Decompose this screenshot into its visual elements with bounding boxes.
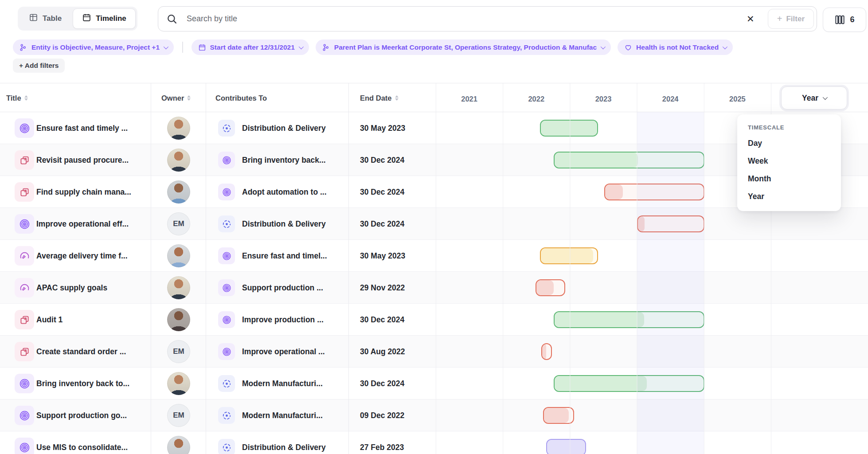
project-icon	[15, 342, 34, 361]
project-icon	[15, 182, 34, 202]
avatar: EM	[167, 212, 190, 235]
table-row[interactable]: Create standard order ... EM Improve ope…	[0, 336, 868, 368]
tab-timeline[interactable]: Timeline	[73, 8, 136, 29]
columns-icon	[834, 14, 845, 25]
sort-icon[interactable]	[187, 95, 191, 101]
measure-icon	[15, 278, 34, 297]
timescale-menu: TIMESCALE DayWeekMonthYear	[737, 114, 841, 211]
tab-table[interactable]: Table	[20, 8, 71, 29]
chevron-down-icon	[723, 44, 727, 49]
objective-icon	[15, 374, 34, 393]
column-header-end-date: End Date	[360, 83, 399, 113]
gantt-bar[interactable]	[554, 152, 704, 168]
gantt-bar-progress	[536, 280, 554, 295]
table-row[interactable]: Improve operational eff... EM Distributi…	[0, 208, 868, 240]
gantt-bar-progress	[555, 153, 638, 168]
gantt-bar[interactable]	[554, 375, 704, 392]
avatar	[167, 276, 190, 299]
gantt-bar[interactable]	[540, 247, 598, 264]
avatar	[167, 308, 190, 331]
heart-icon	[624, 43, 632, 51]
gantt-bar[interactable]	[543, 407, 574, 424]
filter-chip-label: Start date after 12/31/2021	[210, 43, 295, 51]
filter-chip-entity[interactable]: Entity is Objective, Measure, Project +1	[13, 39, 174, 55]
avatar	[167, 149, 190, 172]
avatar	[167, 117, 190, 140]
clear-search-icon[interactable]: ✕	[742, 11, 759, 27]
end-date: 30 May 2023	[360, 112, 405, 144]
column-divider	[206, 83, 206, 454]
chip-divider	[182, 42, 183, 53]
gantt-bar[interactable]	[604, 184, 704, 200]
column-header-title: Title	[6, 83, 28, 113]
gantt-bar[interactable]	[637, 215, 704, 232]
objective-icon	[15, 214, 34, 234]
column-header-owner: Owner	[161, 83, 191, 113]
contributes-label: Support production ...	[242, 272, 323, 304]
row-title: Average delivery time f...	[36, 240, 128, 272]
measure-icon	[15, 246, 34, 266]
objective-icon	[15, 118, 34, 138]
contributes-label: Bring inventory back...	[242, 144, 326, 176]
table-header: Title Owner Contributes To End Date	[0, 83, 868, 112]
row-title: APAC supply goals	[36, 272, 107, 304]
gantt-bar[interactable]	[540, 120, 598, 137]
sort-icon[interactable]	[395, 95, 399, 101]
plan-icon	[218, 439, 235, 454]
row-title: Ensure fast and timely ...	[36, 112, 128, 144]
timescale-option-week[interactable]: Week	[748, 152, 830, 170]
timescale-button[interactable]: Year	[781, 86, 847, 110]
row-title: Improve operational eff...	[36, 208, 129, 240]
table-row[interactable]: Bring inventory back to... Modern Manufa…	[0, 368, 868, 399]
end-date: 30 Dec 2024	[360, 208, 404, 240]
gantt-bar-progress	[542, 344, 546, 359]
row-title: Audit 1	[36, 304, 63, 336]
search-input[interactable]	[187, 14, 733, 23]
avatar	[167, 244, 190, 267]
objective-icon	[218, 311, 235, 328]
contributes-label: Improve operational ...	[242, 336, 325, 368]
end-date: 30 Dec 2024	[360, 176, 404, 208]
column-header-contributes: Contributes To	[215, 83, 267, 113]
table-row[interactable]: Average delivery time f... Ensure fast a…	[0, 240, 868, 272]
columns-count: 6	[850, 15, 854, 24]
gantt-bar[interactable]	[536, 279, 565, 296]
gantt-bar-progress	[544, 408, 569, 423]
timescale-option-day[interactable]: Day	[748, 134, 830, 152]
timescale-option-month[interactable]: Month	[748, 170, 830, 188]
table-row[interactable]: Support production go... EM Modern Manuf…	[0, 399, 868, 431]
table-row[interactable]: APAC supply goals Support production ...…	[0, 272, 868, 304]
timescale-option-year[interactable]: Year	[748, 188, 830, 205]
add-filters-label: + Add filters	[19, 62, 59, 70]
columns-count-button[interactable]: 6	[823, 8, 866, 32]
chevron-down-icon	[601, 44, 606, 49]
end-date: 30 Dec 2024	[360, 368, 404, 399]
objective-icon	[218, 279, 235, 296]
filter-button[interactable]: + Filter	[768, 9, 814, 29]
filter-chips: Entity is Objective, Measure, Project +1…	[13, 39, 733, 55]
contributes-label: Distribution & Delivery	[242, 112, 326, 144]
avatar	[167, 372, 190, 395]
end-date: 30 Dec 2024	[360, 144, 404, 176]
sort-icon[interactable]	[24, 95, 28, 101]
row-title: Support production go...	[36, 399, 127, 431]
gantt-bar[interactable]	[554, 311, 704, 328]
gantt-bar[interactable]	[546, 439, 586, 454]
filter-chip-start-date[interactable]: Start date after 12/31/2021	[192, 39, 309, 55]
column-divider	[151, 83, 151, 454]
end-date: 30 Dec 2024	[360, 304, 404, 336]
row-title: Find supply chain mana...	[36, 176, 131, 208]
table-row[interactable]: Use MIS to consolidate... Distribution &…	[0, 431, 868, 454]
plan-icon	[218, 120, 235, 137]
filter-chip-label: Health is not Not Tracked	[636, 43, 719, 51]
view-toggle: Table Timeline	[18, 7, 137, 31]
table-row[interactable]: Audit 1 Improve production ... 30 Dec 20…	[0, 304, 868, 336]
add-filters-button[interactable]: + Add filters	[13, 59, 65, 73]
table-grid-icon	[29, 13, 38, 24]
plan-icon	[218, 215, 235, 232]
plan-icon	[218, 375, 235, 392]
filter-chip-parent-plan[interactable]: Parent Plan is Meerkat Corporate St, Ope…	[316, 39, 611, 55]
row-title: Create standard order ...	[36, 336, 126, 368]
gantt-bar[interactable]	[541, 343, 552, 360]
filter-chip-health[interactable]: Health is not Not Tracked	[618, 39, 733, 55]
